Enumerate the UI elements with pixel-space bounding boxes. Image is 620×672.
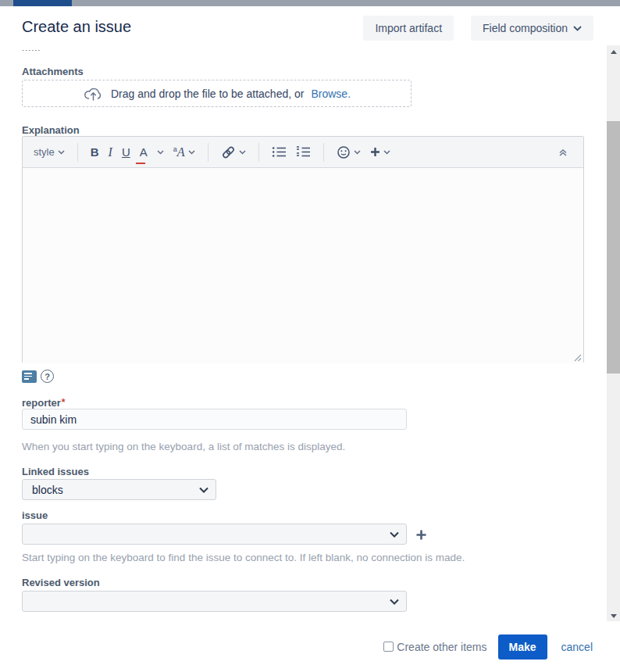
page-title: Create an issue — [22, 17, 131, 36]
scrollbar-thumb[interactable] — [607, 121, 620, 374]
dialog-footer: Create other items Make cancel — [0, 621, 620, 672]
triangle-down-icon — [611, 614, 617, 618]
style-dropdown[interactable]: style — [32, 143, 69, 161]
issue-label: issue — [22, 509, 48, 521]
issue-select[interactable] — [22, 524, 407, 545]
vertical-scrollbar[interactable] — [607, 45, 620, 623]
emoji-icon — [337, 145, 351, 159]
toolbar-separator — [77, 143, 78, 162]
toolbar-separator — [208, 143, 208, 162]
form-scroll-area: ...... Attachments Drag and drop the fil… — [0, 45, 620, 621]
header-buttons: Import artifact Field composition — [363, 16, 593, 41]
double-chevron-up-icon — [558, 147, 568, 157]
explanation-textarea[interactable] — [23, 168, 583, 363]
rich-text-editor: style B I U A aA — [22, 136, 584, 363]
cloud-upload-icon — [83, 85, 104, 102]
chevron-down-icon — [58, 150, 65, 155]
field-composition-button[interactable]: Field composition — [471, 16, 593, 41]
plus-icon — [415, 529, 427, 541]
reporter-input[interactable] — [22, 409, 407, 430]
editor-toolbar: style B I U A aA — [23, 137, 583, 168]
text-color-button[interactable]: A — [136, 142, 151, 162]
revised-version-select[interactable] — [22, 591, 407, 612]
reporter-label: reporter* — [22, 397, 66, 409]
bullet-list-button[interactable] — [268, 143, 290, 161]
link-button[interactable] — [217, 142, 250, 163]
chevron-down-icon — [239, 150, 246, 155]
numbered-list-button[interactable] — [292, 143, 315, 161]
make-button[interactable]: Make — [498, 634, 547, 659]
text-color-chevron[interactable] — [153, 147, 168, 158]
underline-button[interactable]: U — [118, 142, 134, 162]
resize-handle-icon[interactable] — [573, 353, 582, 362]
chevron-down-icon — [390, 599, 399, 605]
linked-issues-select[interactable]: blocks — [22, 479, 216, 500]
attachment-dropzone[interactable]: Drag and drop the file to be attached, o… — [22, 80, 412, 107]
numbered-list-icon — [296, 146, 311, 158]
color-swatch-bar — [136, 163, 145, 164]
required-asterisk: * — [62, 397, 66, 408]
chevron-down-icon — [354, 150, 361, 155]
create-other-items-checkbox[interactable] — [383, 642, 394, 652]
browse-link[interactable]: Browse. — [311, 88, 351, 100]
chevron-down-icon — [199, 487, 208, 493]
editor-footer-icons: ? — [22, 370, 54, 383]
triangle-up-icon — [611, 50, 617, 54]
italic-button[interactable]: I — [105, 142, 116, 163]
chevron-down-icon — [390, 531, 399, 538]
plus-icon — [370, 147, 380, 157]
attachments-label: Attachments — [22, 66, 84, 77]
emoji-button[interactable] — [333, 142, 365, 163]
reporter-help-text: When you start typing on the keyboard, a… — [22, 441, 345, 452]
bold-button[interactable]: B — [87, 142, 103, 162]
create-other-items-option: Create other items — [383, 641, 486, 653]
import-artifact-button[interactable]: Import artifact — [363, 16, 454, 41]
wiki-markup-icon[interactable] — [22, 370, 37, 383]
chevron-down-icon — [157, 150, 164, 155]
create-other-items-label: Create other items — [397, 641, 486, 653]
issue-help-text: Start typing on the keyboard to find the… — [22, 552, 465, 563]
browser-tab-strip — [0, 0, 620, 6]
toolbar-separator — [323, 143, 324, 162]
active-tab-indicator — [13, 0, 72, 6]
help-icon[interactable]: ? — [41, 370, 54, 383]
insert-more-button[interactable] — [366, 144, 394, 160]
collapse-toolbar-button[interactable] — [554, 144, 572, 160]
chevron-down-icon — [383, 150, 390, 155]
toolbar-separator — [258, 143, 259, 162]
chevron-down-icon — [573, 26, 582, 31]
font-size-button[interactable]: aA — [169, 142, 199, 163]
scrollbar-up-arrow[interactable] — [607, 45, 620, 59]
link-icon — [221, 145, 236, 159]
cancel-link[interactable]: cancel — [561, 641, 593, 653]
clipped-text-row: ...... — [22, 45, 84, 51]
bullet-list-icon — [272, 146, 287, 158]
add-issue-button[interactable] — [414, 527, 429, 542]
dialog-header: Create an issue Import artifact Field co… — [0, 6, 620, 45]
chevron-down-icon — [188, 150, 195, 155]
dropzone-text: Drag and drop the file to be attached, o… — [111, 88, 305, 100]
linked-issues-label: Linked issues — [22, 466, 89, 477]
revised-version-label: Revised version — [22, 577, 100, 588]
explanation-label: Explanation — [22, 124, 80, 136]
